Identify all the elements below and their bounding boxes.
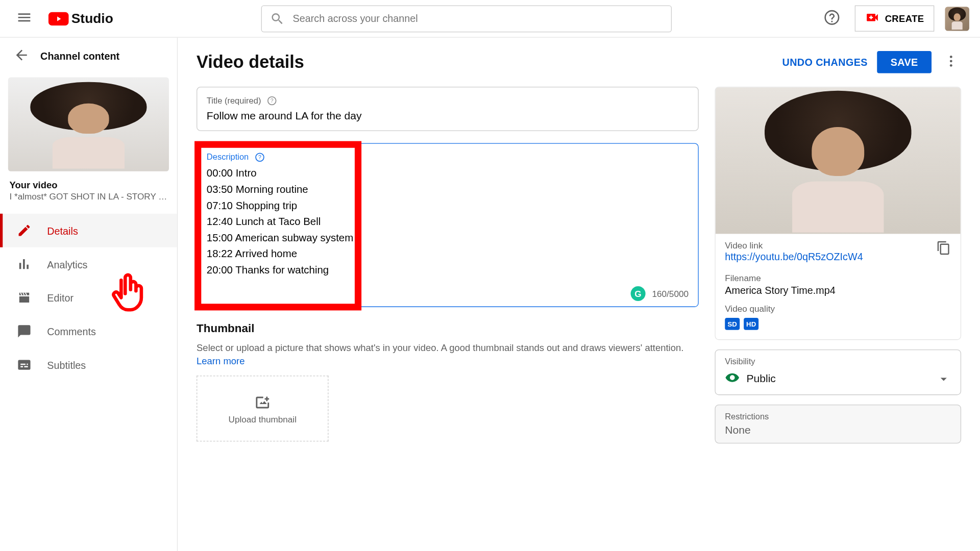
subtitles-icon xyxy=(16,357,33,373)
pencil-icon xyxy=(16,222,33,239)
filename-value: America Story Time.mp4 xyxy=(725,284,836,295)
content-area: Video details UNDO CHANGES SAVE Title (r… xyxy=(178,38,980,551)
thumbnail-heading: Thumbnail xyxy=(197,322,699,335)
description-field[interactable]: Description ? G 160/5000 xyxy=(197,143,699,307)
video-preview-panel: Video link https://youtu.be/0qR5zOZIcW4 … xyxy=(715,87,961,340)
sidebar-item-label: Subtitles xyxy=(47,359,86,370)
visibility-value: Public xyxy=(746,373,775,385)
video-link-value[interactable]: https://youtu.be/0qR5zOZIcW4 xyxy=(725,251,863,262)
description-char-count: 160/5000 xyxy=(652,289,689,299)
learn-more-link[interactable]: Learn more xyxy=(197,356,699,366)
topbar: Studio CREATE xyxy=(0,0,980,38)
chevron-down-icon xyxy=(936,371,951,386)
video-camera-plus-icon xyxy=(865,10,879,27)
clapperboard-icon xyxy=(16,290,33,306)
hamburger-menu-button[interactable] xyxy=(11,4,38,33)
sidebar-video-title: I *almost* GOT SHOT IN LA - STORY … xyxy=(9,191,167,202)
bar-chart-icon xyxy=(16,256,33,272)
youtube-studio-logo[interactable]: Studio xyxy=(48,11,113,26)
copy-icon xyxy=(936,241,951,256)
sidebar-item-label: Editor xyxy=(47,292,74,303)
sidebar-item-label: Analytics xyxy=(47,258,87,269)
back-button[interactable] xyxy=(13,47,30,65)
svg-point-2 xyxy=(950,60,952,62)
restrictions-display: Restrictions None xyxy=(715,405,961,443)
youtube-play-icon xyxy=(48,12,69,25)
search-input[interactable] xyxy=(293,13,663,24)
sidebar-item-label: Comments xyxy=(47,325,96,337)
title-label: Title (required) xyxy=(207,96,261,105)
kebab-icon xyxy=(944,54,959,68)
video-link-label: Video link xyxy=(725,241,931,251)
sidebar-item-editor[interactable]: Editor xyxy=(0,281,177,315)
description-textarea[interactable] xyxy=(207,165,689,284)
sidebar-item-comments[interactable]: Comments xyxy=(0,314,177,348)
sidebar-item-label: Details xyxy=(47,225,78,236)
arrow-left-icon xyxy=(13,47,30,63)
svg-text:?: ? xyxy=(258,154,261,160)
restrictions-label: Restrictions xyxy=(725,412,951,421)
upload-thumbnail-label: Upload thumbnail xyxy=(229,414,297,424)
undo-changes-button[interactable]: UNDO CHANGES xyxy=(782,57,867,68)
quality-badge-hd: HD xyxy=(744,318,758,330)
sidebar-item-analytics[interactable]: Analytics xyxy=(0,247,177,281)
account-avatar[interactable] xyxy=(945,7,969,31)
filename-label: Filename xyxy=(725,273,836,283)
svg-point-1 xyxy=(950,56,952,58)
search-icon xyxy=(270,11,285,26)
help-button[interactable] xyxy=(820,6,844,32)
more-options-button[interactable] xyxy=(941,51,962,73)
search-field[interactable] xyxy=(261,5,672,32)
create-label: CREATE xyxy=(885,13,924,24)
title-input[interactable] xyxy=(207,110,689,122)
thumbnail-description: Select or upload a picture that shows wh… xyxy=(197,342,699,353)
visibility-label: Visibility xyxy=(725,357,951,366)
quality-badge-sd: SD xyxy=(725,318,740,330)
sidebar-item-details[interactable]: Details xyxy=(0,214,177,247)
logo-text: Studio xyxy=(71,11,113,26)
svg-point-3 xyxy=(950,64,952,67)
upload-thumbnail-button[interactable]: Upload thumbnail xyxy=(197,375,328,441)
restrictions-value: None xyxy=(725,424,951,436)
help-circle-icon: ? xyxy=(266,95,277,106)
description-label: Description xyxy=(207,153,249,162)
add-image-icon xyxy=(254,393,271,410)
video-preview-thumbnail[interactable] xyxy=(716,87,961,234)
comment-icon xyxy=(16,323,33,340)
help-icon xyxy=(824,9,840,26)
hamburger-icon xyxy=(16,9,33,26)
title-field[interactable]: Title (required) ? xyxy=(197,87,699,131)
channel-content-label: Channel content xyxy=(40,51,119,62)
grammarly-icon: G xyxy=(630,286,645,301)
create-button[interactable]: CREATE xyxy=(854,6,934,32)
save-button[interactable]: SAVE xyxy=(877,51,932,73)
svg-text:?: ? xyxy=(271,97,274,104)
video-quality-label: Video quality xyxy=(725,304,775,314)
your-video-label: Your video xyxy=(9,180,167,190)
visibility-selector[interactable]: Visibility Public xyxy=(715,349,961,395)
sidebar-item-subtitles[interactable]: Subtitles xyxy=(0,348,177,382)
eye-icon xyxy=(725,370,740,388)
copy-link-button[interactable] xyxy=(936,241,951,258)
page-title: Video details xyxy=(197,52,304,72)
help-circle-icon: ? xyxy=(254,152,265,163)
sidebar: Channel content Your video I *almost* GO… xyxy=(0,38,178,551)
sidebar-video-thumbnail[interactable] xyxy=(8,77,169,171)
